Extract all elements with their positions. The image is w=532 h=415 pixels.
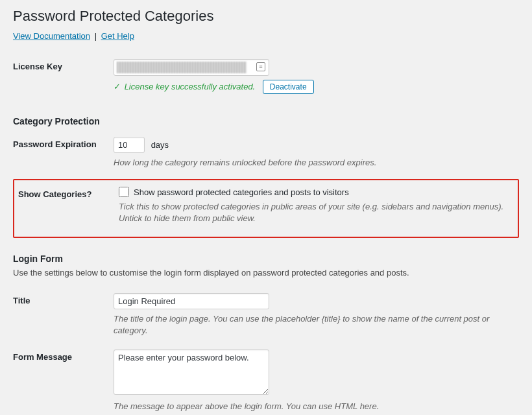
login-form-heading: Login Form xyxy=(13,254,519,264)
title-label: Title xyxy=(13,287,114,343)
password-expiration-input[interactable] xyxy=(114,137,145,153)
category-protection-heading: Category Protection xyxy=(13,116,519,126)
form-message-description: The message to appear above the login fo… xyxy=(114,401,513,412)
show-categories-checkbox-label: Show password protected categories and p… xyxy=(134,187,349,197)
license-status-text: License key successfully activated. xyxy=(125,82,256,91)
title-input[interactable] xyxy=(114,293,269,309)
page-title: Password Protected Categories xyxy=(13,8,519,25)
view-documentation-link[interactable]: View Documentation xyxy=(13,31,90,41)
login-form-subtitle: Use the settings below to customise the … xyxy=(13,268,519,278)
expiration-unit: days xyxy=(151,140,169,150)
deactivate-button[interactable]: Deactivate xyxy=(263,80,314,94)
get-help-link[interactable]: Get Help xyxy=(101,31,134,41)
expiration-description: How long the category remains unlocked b… xyxy=(114,157,513,169)
doc-links: View Documentation | Get Help xyxy=(13,31,519,41)
check-icon: ✓ xyxy=(114,82,121,91)
license-key-label: License Key xyxy=(13,53,114,101)
show-categories-checkbox[interactable] xyxy=(119,187,129,197)
license-key-input[interactable] xyxy=(114,59,269,76)
title-description: The title of the login page. You can use… xyxy=(114,313,513,337)
form-message-label: Form Message xyxy=(13,343,114,415)
password-expiration-label: Password Expiration xyxy=(13,130,114,175)
show-categories-highlight: Show Categories? Show password protected… xyxy=(13,179,519,237)
separator: | xyxy=(93,31,99,41)
show-categories-label: Show Categories? xyxy=(18,185,119,231)
form-message-textarea[interactable] xyxy=(114,350,269,395)
show-categories-description: Tick this to show protected categories i… xyxy=(119,201,507,224)
